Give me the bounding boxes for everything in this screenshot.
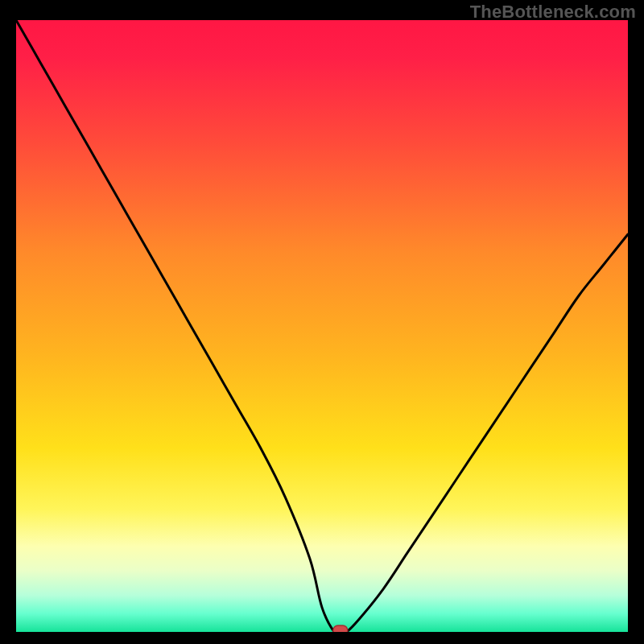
optimum-marker <box>333 625 348 632</box>
bottleneck-chart <box>16 20 628 632</box>
watermark-text: TheBottleneck.com <box>470 2 636 23</box>
gradient-background <box>16 20 628 632</box>
chart-frame: TheBottleneck.com <box>0 0 644 644</box>
plot-area <box>16 20 628 632</box>
